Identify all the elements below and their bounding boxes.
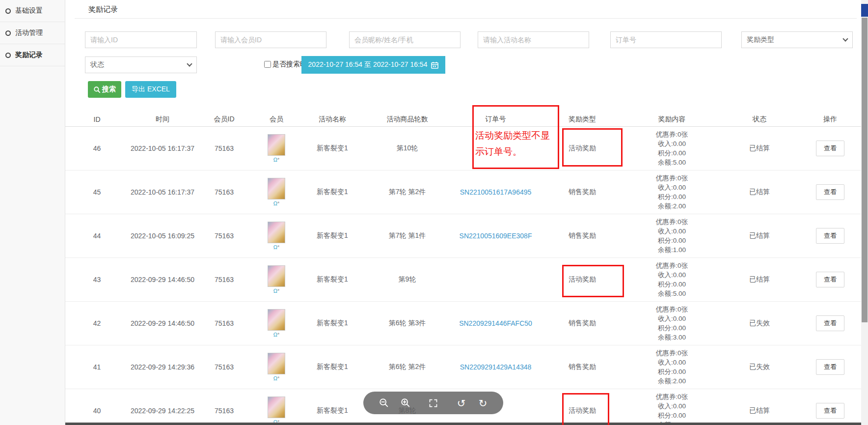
fullscreen-icon[interactable] xyxy=(423,392,444,414)
cell-reward-content: 优惠券:0张收入:0.00积分:0.00余额:5.00 xyxy=(624,389,720,425)
member-id-input[interactable] xyxy=(215,31,326,48)
view-button[interactable]: 查看 xyxy=(816,272,844,287)
cell-member-id: 75163 xyxy=(196,214,252,257)
activity-name-input[interactable] xyxy=(478,31,589,48)
view-button[interactable]: 查看 xyxy=(816,359,844,375)
circle-icon xyxy=(5,30,11,36)
search-button[interactable]: 搜索 xyxy=(88,81,121,98)
cell-member-id: 75163 xyxy=(196,258,252,301)
member-avatar[interactable] xyxy=(268,265,285,287)
member-avatar[interactable] xyxy=(268,134,285,156)
member-avatar[interactable] xyxy=(268,309,285,331)
cell-order-number[interactable]: SN2209291446FAFC50 xyxy=(451,302,541,345)
reward-content-line: 积分:0.00 xyxy=(658,148,686,158)
cell-id: 42 xyxy=(65,302,129,345)
cell-action: 查看 xyxy=(799,258,861,301)
cell-id: 41 xyxy=(65,345,129,389)
sidebar-item-reward-records[interactable]: 奖励记录 xyxy=(0,44,65,66)
vertical-scrollbar[interactable] xyxy=(861,0,868,425)
cell-reward-content: 优惠券:0张收入:0.00积分:0.00余额:2.00 xyxy=(624,170,720,214)
reward-records-table: ID时间会员ID会员活动名称活动商品轮数订单号奖励类型奖励内容状态操作 4620… xyxy=(65,112,861,425)
table-row: 432022-09-29 14:46:5075163Ω*新客裂变1第9轮活动奖励… xyxy=(65,258,861,302)
reward-content-line: 余额:2.00 xyxy=(658,201,686,211)
status-select-value: 状态 xyxy=(90,60,104,69)
cell-activity-round: 第6轮 第2件 xyxy=(364,345,451,389)
reward-content-line: 收入:0.00 xyxy=(658,358,686,367)
cell-status: 已结算 xyxy=(720,170,799,214)
search-time-checkbox[interactable] xyxy=(264,61,271,68)
reward-content-line: 积分:0.00 xyxy=(658,192,686,201)
member-avatar[interactable] xyxy=(268,222,285,243)
table-row: 442022-10-05 16:09:2575163Ω*新客裂变1第7轮 第1件… xyxy=(65,214,861,258)
channel-icon: Ω* xyxy=(273,375,280,382)
reward-type-select[interactable]: 奖励类型 xyxy=(741,31,853,48)
zoom-in-icon[interactable] xyxy=(395,392,416,414)
order-number-input[interactable] xyxy=(610,31,722,48)
cell-id: 40 xyxy=(65,389,129,425)
view-button[interactable]: 查看 xyxy=(816,228,844,244)
sidebar-item-activity-management[interactable]: 活动管理 xyxy=(0,22,65,44)
scrollbar-thumb[interactable] xyxy=(862,18,868,322)
reward-content-line: 收入:0.00 xyxy=(658,314,686,323)
reward-content-line: 余额:5.00 xyxy=(658,289,686,298)
cell-time: 2022-09-29 14:46:50 xyxy=(129,302,196,345)
cell-member: Ω* xyxy=(252,302,301,345)
cell-time: 2022-10-05 16:17:37 xyxy=(129,127,196,170)
circle-icon xyxy=(5,53,11,58)
cell-status: 已结算 xyxy=(720,127,799,170)
cell-activity-round: 第7轮 第1件 xyxy=(364,214,451,257)
chevron-down-icon xyxy=(842,36,848,41)
column-header-2: 会员ID xyxy=(196,112,252,126)
annotation-box-row-43-type xyxy=(562,265,624,297)
view-button[interactable]: 查看 xyxy=(816,403,844,419)
image-viewer-toolbar: ↺ ↻ xyxy=(363,392,503,414)
sidebar-item-basic-settings[interactable]: 基础设置 xyxy=(0,0,65,22)
cell-reward-content: 优惠券:0张收入:0.00积分:0.00余额:2.00 xyxy=(624,345,720,389)
export-excel-button[interactable]: 导出 EXCEL xyxy=(125,81,176,98)
main-content: 奖励记录 奖励类型 状态 是否搜索时间 2022-10-27 16:54 至 2… xyxy=(65,0,861,425)
cell-id: 44 xyxy=(65,214,129,257)
page-title: 奖励记录 xyxy=(88,5,118,14)
reward-content-line: 积分:0.00 xyxy=(658,323,686,333)
channel-icon: Ω* xyxy=(273,332,280,338)
scrollbar-marker xyxy=(861,4,868,17)
table-row: 462022-10-05 16:17:3775163Ω*新客裂变1第10轮活动奖… xyxy=(65,127,861,170)
channel-icon: Ω* xyxy=(273,244,280,251)
cell-order-number[interactable]: SN2210051609EE308F xyxy=(451,214,541,257)
rotate-right-icon[interactable]: ↻ xyxy=(472,392,494,414)
reward-content-line: 优惠券:0张 xyxy=(656,217,688,227)
view-button[interactable]: 查看 xyxy=(816,141,844,156)
view-button[interactable]: 查看 xyxy=(816,315,844,331)
member-avatar[interactable] xyxy=(268,178,285,199)
cell-member: Ω* xyxy=(252,258,301,301)
rotate-left-icon[interactable]: ↺ xyxy=(451,392,472,414)
cell-member-id: 75163 xyxy=(196,389,252,425)
status-select[interactable]: 状态 xyxy=(85,57,197,73)
cell-activity-round: 第9轮 xyxy=(364,258,451,301)
calendar-icon xyxy=(431,61,438,69)
cell-reward-content: 优惠券:0张收入:0.00积分:0.00余额:3.00 xyxy=(624,302,720,345)
horizontal-scrollbar[interactable] xyxy=(65,423,861,425)
member-name-input[interactable] xyxy=(349,31,461,48)
sidebar-item-label: 基础设置 xyxy=(15,6,43,15)
cell-member-id: 75163 xyxy=(196,170,252,214)
reward-type-select-value: 奖励类型 xyxy=(747,35,774,44)
cell-reward-type: 销售奖励 xyxy=(541,302,624,345)
view-button[interactable]: 查看 xyxy=(816,184,844,200)
reward-content-line: 优惠券:0张 xyxy=(656,173,688,183)
reward-content-line: 优惠券:0张 xyxy=(656,305,688,314)
cell-time: 2022-09-29 14:22:25 xyxy=(129,389,196,425)
member-avatar[interactable] xyxy=(268,397,285,418)
table-row: 452022-10-05 16:17:3775163Ω*新客裂变1第7轮 第2件… xyxy=(65,170,861,214)
cell-time: 2022-10-05 16:09:25 xyxy=(129,214,196,257)
cell-action: 查看 xyxy=(799,214,861,257)
date-range-button[interactable]: 2022-10-27 16:54 至 2022-10-27 16:54 xyxy=(301,56,445,74)
cell-order-number[interactable]: SN2210051617A96495 xyxy=(451,170,541,214)
zoom-out-icon[interactable] xyxy=(373,392,395,414)
column-header-4: 活动名称 xyxy=(301,112,364,126)
cell-member: Ω* xyxy=(252,214,301,257)
cell-order-number[interactable]: SN2209291429A14348 xyxy=(451,345,541,389)
channel-icon: Ω* xyxy=(273,288,280,294)
member-avatar[interactable] xyxy=(268,353,285,374)
id-input[interactable] xyxy=(85,31,197,48)
